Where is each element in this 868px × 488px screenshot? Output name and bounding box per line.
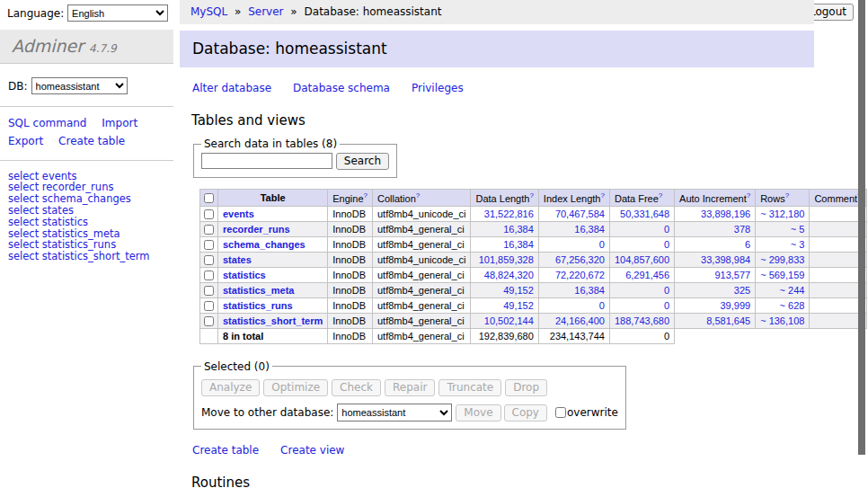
- value-link-statistics-rows[interactable]: ~ 569,159: [760, 270, 804, 280]
- value-link-statistics-runs-data-free[interactable]: 0: [664, 300, 669, 311]
- value-link-statistics-runs-index-length[interactable]: 0: [599, 300, 605, 311]
- value-link-events-index-length[interactable]: 70,467,584: [555, 209, 605, 219]
- search-button[interactable]: Search: [336, 153, 389, 170]
- value-link-schema-changes-data-length[interactable]: 16,384: [503, 239, 534, 250]
- value-link-recorder-runs-auto-increment[interactable]: 378: [734, 224, 750, 235]
- row-checkbox-schema-changes[interactable]: [204, 240, 214, 250]
- create-links-create-view[interactable]: Create view: [280, 444, 344, 457]
- value-link-statistics-auto-increment[interactable]: 913,577: [714, 270, 750, 280]
- check-button[interactable]: Check: [332, 379, 381, 396]
- value-link-statistics-meta-rows[interactable]: ~ 244: [780, 285, 805, 296]
- table-row-statistics-short-term: statistics_short_termInnoDButf8mb4_gener…: [200, 313, 867, 328]
- row-checkbox-events[interactable]: [204, 209, 214, 219]
- value-link-statistics-meta-data-length[interactable]: 49,152: [503, 285, 534, 296]
- sidebar-link-select-states[interactable]: select states: [8, 205, 173, 217]
- value-link-events-rows[interactable]: ~ 312,180: [760, 209, 804, 219]
- value-link-statistics-meta-data-free[interactable]: 0: [664, 285, 669, 296]
- help-link[interactable]: ?: [747, 191, 750, 200]
- search-input[interactable]: [201, 153, 332, 169]
- app-version[interactable]: 4.7.9: [89, 42, 117, 55]
- overwrite-label[interactable]: overwrite: [567, 406, 618, 419]
- value-link-statistics-runs-data-length[interactable]: 49,152: [503, 300, 534, 311]
- db-links-alter-database[interactable]: Alter database: [192, 82, 271, 94]
- value-link-schema-changes-auto-increment[interactable]: 6: [745, 239, 750, 250]
- value-link-schema-changes-rows[interactable]: ~ 3: [791, 239, 805, 250]
- value-link-states-index-length[interactable]: 67,256,320: [555, 254, 605, 265]
- scrollbar-thumb[interactable]: [858, 0, 865, 455]
- db-links-privileges[interactable]: Privileges: [412, 82, 464, 94]
- row-checkbox-statistics-meta[interactable]: [204, 286, 214, 296]
- value-link-recorder-runs-data-free[interactable]: 0: [664, 224, 669, 235]
- row-checkbox-statistics[interactable]: [204, 271, 214, 280]
- tables-table: TableEngine?Collation?Data Length?Index …: [199, 189, 867, 344]
- help-link[interactable]: ?: [364, 191, 368, 200]
- value-link-statistics-data-length[interactable]: 48,824,320: [484, 270, 534, 280]
- sidebar-link-select-statistics[interactable]: select statistics: [8, 217, 173, 228]
- value-link-events-data-length[interactable]: 31,522,816: [484, 209, 534, 219]
- value-link-states-data-free[interactable]: 104,857,600: [615, 254, 669, 265]
- table-link-statistics-short-term[interactable]: statistics_short_term: [223, 315, 323, 326]
- sidebar-action-create-table[interactable]: Create table: [58, 135, 125, 147]
- value-link-recorder-runs-index-length[interactable]: 16,384: [574, 224, 605, 235]
- value-link-statistics-data-free[interactable]: 6,291,456: [625, 270, 669, 280]
- row-checkbox-states[interactable]: [204, 255, 214, 265]
- breadcrumb-link-mysql[interactable]: MySQL: [190, 5, 227, 18]
- move-button[interactable]: Move: [456, 404, 500, 421]
- help-link[interactable]: ?: [416, 191, 420, 200]
- drop-button[interactable]: Drop: [505, 379, 547, 396]
- cell-data-free: 104,857,600: [609, 252, 674, 267]
- value-link-states-auto-increment[interactable]: 33,398,984: [701, 254, 750, 265]
- value-link-statistics-short-term-auto-increment[interactable]: 8,581,645: [706, 315, 750, 326]
- select-all-checkbox[interactable]: [204, 193, 214, 203]
- repair-button[interactable]: Repair: [385, 379, 435, 396]
- db-select[interactable]: homeassistant: [31, 77, 128, 94]
- value-link-statistics-meta-index-length[interactable]: 16,384: [574, 285, 605, 296]
- value-link-statistics-runs-auto-increment[interactable]: 39,999: [721, 300, 751, 311]
- help-link[interactable]: ?: [659, 191, 662, 200]
- row-checkbox-statistics-short-term[interactable]: [204, 316, 214, 326]
- value-link-statistics-short-term-rows[interactable]: ~ 136,108: [760, 315, 804, 326]
- table-link-statistics-meta[interactable]: statistics_meta: [223, 285, 295, 296]
- db-links-database-schema[interactable]: Database schema: [293, 82, 390, 94]
- row-checkbox-recorder-runs[interactable]: [204, 225, 214, 235]
- sidebar-action-export[interactable]: Export: [8, 135, 43, 147]
- table-link-recorder-runs[interactable]: recorder_runs: [223, 224, 290, 235]
- help-link[interactable]: ?: [529, 191, 533, 200]
- value-link-statistics-short-term-data-free[interactable]: 188,743,680: [615, 315, 669, 326]
- create-links-create-table[interactable]: Create table: [192, 444, 259, 457]
- row-checkbox-statistics-runs[interactable]: [204, 301, 214, 311]
- value-link-recorder-runs-data-length[interactable]: 16,384: [503, 224, 534, 235]
- value-link-statistics-meta-auto-increment[interactable]: 325: [734, 285, 750, 296]
- help-link[interactable]: ?: [785, 191, 789, 200]
- table-link-schema-changes[interactable]: schema_changes: [223, 239, 306, 250]
- sidebar-link-select-statistics-short-term[interactable]: select statistics_short_term: [8, 251, 173, 262]
- move-db-select[interactable]: homeassistant: [337, 404, 452, 421]
- table-link-statistics-runs[interactable]: statistics_runs: [223, 300, 293, 311]
- sidebar-action-import[interactable]: Import: [102, 117, 137, 129]
- optimize-button[interactable]: Optimize: [263, 379, 328, 396]
- truncate-button[interactable]: Truncate: [438, 379, 501, 396]
- language-select[interactable]: English: [67, 4, 168, 22]
- copy-button[interactable]: Copy: [504, 404, 547, 421]
- sidebar-action-sql-command[interactable]: SQL command: [8, 117, 86, 129]
- overwrite-checkbox[interactable]: [555, 407, 566, 418]
- value-link-schema-changes-index-length[interactable]: 0: [599, 239, 605, 250]
- value-link-schema-changes-data-free[interactable]: 0: [664, 239, 669, 250]
- table-link-statistics[interactable]: statistics: [223, 270, 266, 280]
- breadcrumb-link-server[interactable]: Server: [248, 5, 283, 18]
- value-link-events-data-free[interactable]: 50,331,648: [620, 209, 669, 219]
- value-link-events-auto-increment[interactable]: 33,898,196: [701, 209, 750, 219]
- value-link-states-rows[interactable]: ~ 299,833: [760, 254, 804, 265]
- sidebar-divider: [0, 160, 173, 161]
- column-header-data-free: Data Free?: [609, 190, 674, 207]
- analyze-button[interactable]: Analyze: [201, 379, 260, 396]
- value-link-states-data-length[interactable]: 101,859,328: [479, 254, 534, 265]
- table-link-events[interactable]: events: [223, 209, 254, 219]
- value-link-statistics-index-length[interactable]: 72,220,672: [555, 270, 605, 280]
- value-link-statistics-short-term-index-length[interactable]: 24,166,400: [555, 315, 605, 326]
- value-link-recorder-runs-rows[interactable]: ~ 5: [791, 224, 805, 235]
- help-link[interactable]: ?: [600, 191, 604, 200]
- table-link-states[interactable]: states: [223, 254, 252, 265]
- value-link-statistics-runs-rows[interactable]: ~ 628: [780, 300, 805, 311]
- value-link-statistics-short-term-data-length[interactable]: 10,502,144: [484, 315, 534, 326]
